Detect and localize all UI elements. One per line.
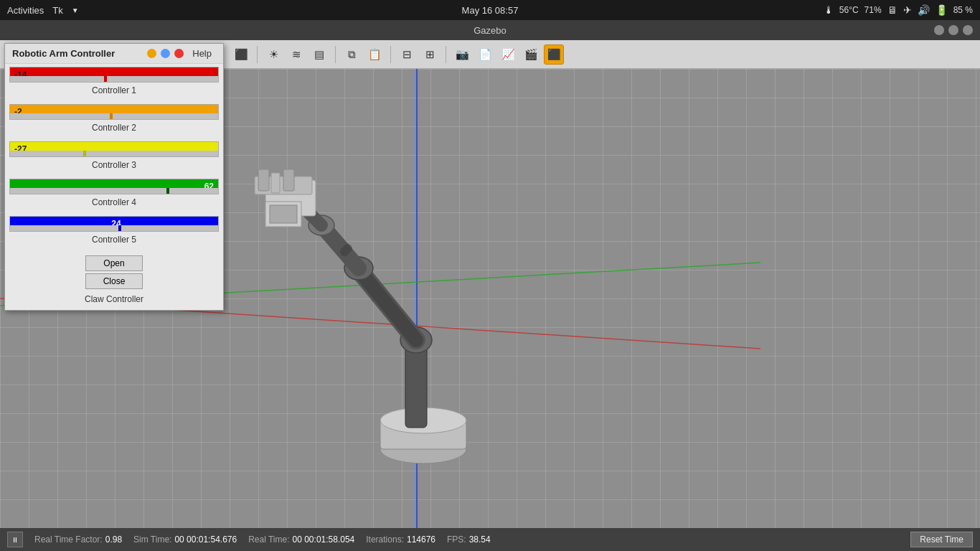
reset-time-btn[interactable]: Reset Time	[910, 532, 973, 547]
real-value: 00 00:01:58.054	[293, 534, 355, 545]
dot-blue	[161, 49, 170, 58]
fps-value: 38.54	[469, 534, 491, 545]
display-icon: 🖥	[887, 4, 897, 16]
copy-btn[interactable]: ⧉	[341, 44, 362, 65]
controller-2-track	[10, 113, 218, 119]
iterations-item: Iterations: 114676	[366, 534, 435, 545]
sun-btn[interactable]: ☀	[263, 44, 283, 65]
controller-3-thumb	[83, 151, 86, 156]
controller-2-section: -2 Controller 2	[5, 101, 223, 138]
pause-icon: ⏸	[11, 536, 19, 544]
controller-2-thumb	[110, 113, 113, 119]
fog-btn[interactable]: ≋	[286, 44, 306, 65]
real-label: Real Time:	[248, 534, 289, 545]
snap-btn[interactable]: ⊞	[420, 44, 440, 65]
status-bar: ⏸ Real Time Factor: 0.98 Sim Time: 00 00…	[0, 528, 980, 551]
volume-icon: 🔊	[918, 4, 930, 16]
gazebo-titlebar: Gazebo	[0, 20, 980, 40]
log-btn[interactable]: 📄	[475, 44, 495, 65]
rtf-value: 0.98	[105, 534, 122, 545]
claw-label: Claw Controller	[9, 291, 219, 306]
controller-3-label: Controller 3	[9, 157, 219, 171]
paste-btn[interactable]: 📋	[364, 44, 385, 65]
wifi-label: 71%	[864, 5, 882, 15]
controller-4-thumb	[166, 188, 169, 194]
sim-value: 00 00:01:54.676	[174, 534, 237, 545]
rtf-item: Real Time Factor: 0.98	[34, 534, 122, 545]
controller-4-track	[10, 188, 218, 194]
fps-label: FPS:	[447, 534, 466, 545]
claw-section: Open Close Claw Controller	[5, 250, 223, 310]
battery-label: 85 %	[953, 5, 973, 15]
win-maximize-btn[interactable]	[948, 25, 958, 35]
sep-4	[335, 46, 336, 63]
win-minimize-btn[interactable]	[934, 25, 944, 35]
dot-red	[174, 49, 184, 58]
claw-close-btn[interactable]: Close	[85, 273, 143, 289]
activities-label[interactable]: Activities	[7, 5, 44, 16]
video-btn[interactable]: 🎬	[521, 44, 541, 65]
iter-value: 114676	[407, 534, 435, 545]
screenshot-btn[interactable]: 📷	[452, 44, 472, 65]
fps-item: FPS: 38.54	[447, 534, 491, 545]
sim-time-item: Sim Time: 00 00:01:54.676	[133, 534, 237, 545]
sep-5	[390, 46, 391, 63]
iter-label: Iterations:	[366, 534, 404, 545]
app-label[interactable]: Tk	[52, 5, 62, 16]
rtf-label: Real Time Factor:	[34, 534, 103, 545]
dot-orange	[147, 49, 156, 58]
sep-3	[257, 46, 258, 63]
panel-menu[interactable]: Help	[188, 48, 216, 59]
controller-panel: Robotic Arm Controller Help -14 Controll…	[4, 43, 224, 311]
cylinder-btn[interactable]: ⬛	[231, 44, 251, 65]
controller-4-slider[interactable]: 62	[9, 179, 219, 194]
controller-5-slider[interactable]: 24	[9, 216, 219, 232]
datetime-label: May 16 08:57	[462, 5, 519, 16]
real-time-item: Real Time: 00 00:01:58.054	[248, 534, 354, 545]
sim-label: Sim Time:	[133, 534, 171, 545]
claw-open-btn[interactable]: Open	[85, 255, 143, 271]
controller-5-section: 24 Controller 5	[5, 213, 223, 250]
gazebo-title: Gazebo	[473, 25, 507, 36]
controller-1-thumb	[104, 76, 107, 82]
sep-6	[446, 46, 446, 63]
controller-5-thumb	[118, 225, 121, 231]
controller-3-section: -27 Controller 3	[5, 138, 223, 176]
controller-5-track	[10, 225, 218, 231]
temp-label: 56°C	[839, 5, 859, 15]
panel-title: Robotic Arm Controller	[12, 48, 143, 59]
controller-1-label: Controller 1	[9, 83, 219, 97]
controller-1-section: -14 Controller 1	[5, 64, 223, 101]
controller-5-label: Controller 5	[9, 232, 219, 246]
panel-titlebar: Robotic Arm Controller Help	[5, 44, 223, 64]
system-bar-right: 🌡 56°C 71% 🖥 ✈ 🔊 🔋 85 %	[824, 4, 973, 16]
controller-4-section: 62 Controller 4	[5, 176, 223, 213]
win-close-btn[interactable]	[963, 25, 973, 35]
active-mode-btn[interactable]: ⬛	[544, 44, 564, 65]
controller-3-track	[10, 151, 218, 156]
plot-btn[interactable]: 📈	[498, 44, 518, 65]
axis-blue-shadow	[414, 69, 415, 528]
axis-blue	[416, 69, 418, 528]
system-bar-left: Activities Tk ▼	[7, 5, 79, 16]
align-btn[interactable]: ⊟	[397, 44, 417, 65]
controller-2-slider[interactable]: -2	[9, 104, 219, 120]
temp-icon: 🌡	[824, 4, 834, 16]
controller-3-slider[interactable]: -27	[9, 141, 219, 157]
controller-2-label: Controller 2	[9, 120, 219, 134]
system-bar: Activities Tk ▼ May 16 08:57 🌡 56°C 71% …	[0, 0, 980, 20]
window-controls[interactable]	[934, 25, 973, 35]
controller-1-slider[interactable]: -14	[9, 67, 219, 83]
controller-1-track	[10, 76, 218, 82]
battery-icon: 🔋	[936, 4, 948, 16]
system-bar-center: May 16 08:57	[462, 5, 519, 16]
controller-4-label: Controller 4	[9, 194, 219, 209]
airplane-icon: ✈	[903, 4, 912, 16]
terrain-btn[interactable]: ▤	[309, 44, 329, 65]
pause-btn[interactable]: ⏸	[7, 532, 23, 547]
app-dropdown-icon[interactable]: ▼	[72, 6, 79, 14]
